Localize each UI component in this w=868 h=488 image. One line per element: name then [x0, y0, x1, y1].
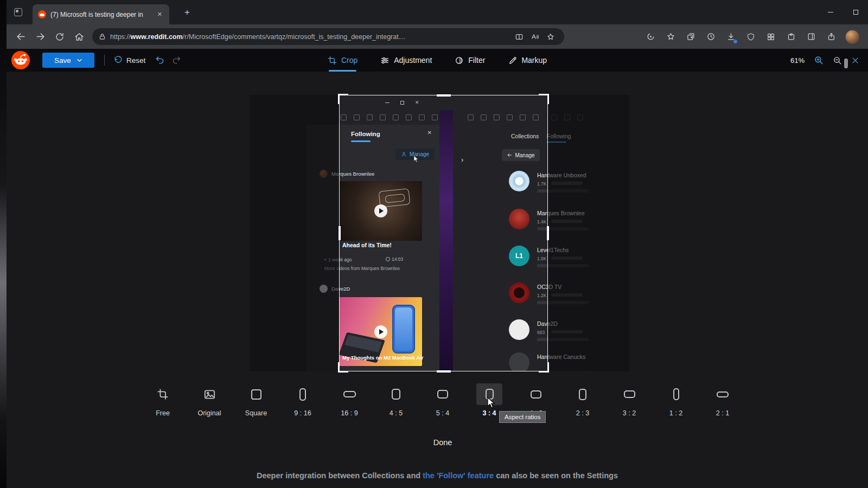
ratio-label: Free	[156, 409, 170, 417]
tab-adjustment[interactable]: Adjustment	[380, 49, 432, 72]
crop-handle-top-left[interactable]	[338, 94, 348, 104]
ratio-2-3-icon	[570, 383, 596, 405]
history-icon[interactable]	[703, 29, 719, 45]
copilot-icon[interactable]	[642, 29, 659, 45]
reset-label: Reset	[126, 56, 145, 65]
tab-adjustment-label: Adjustment	[394, 56, 432, 65]
window-maximize-button[interactable]	[843, 0, 868, 24]
home-button[interactable]	[69, 28, 89, 46]
aspect-ratio-16-9[interactable]: 16 : 9	[326, 383, 373, 417]
sidebar-pages-icon[interactable]	[803, 29, 819, 45]
zoom-out-icon	[833, 56, 842, 65]
done-button[interactable]: Done	[433, 438, 452, 447]
markup-pen-icon	[508, 56, 517, 65]
crop-handle-left[interactable]	[339, 226, 341, 240]
aspect-ratio-2-3[interactable]: 2 : 3	[559, 383, 606, 417]
forward-button[interactable]	[30, 28, 50, 46]
window-minimize-button[interactable]	[818, 0, 843, 24]
ratio-label: 5 : 4	[436, 409, 449, 417]
tab-filter-label: Filter	[468, 56, 485, 65]
tab-close-icon[interactable]: ✕	[156, 11, 164, 18]
ratio-label: Square	[245, 409, 267, 417]
refresh-button[interactable]	[50, 28, 69, 46]
crop-handle-top-right[interactable]	[539, 94, 549, 104]
aspect-ratio-1-2[interactable]: 1 : 2	[653, 383, 699, 417]
download-badge	[733, 39, 738, 44]
page-scrollbar-thumb[interactable]	[844, 59, 848, 68]
ratio-label: 1 : 2	[669, 409, 682, 417]
security-shield-icon[interactable]	[743, 29, 759, 45]
read-aloud-icon[interactable]	[527, 33, 542, 41]
save-button[interactable]: Save	[42, 53, 94, 68]
close-icon	[851, 56, 859, 65]
tab-markup-label: Markup	[521, 56, 547, 65]
tab-crop[interactable]: Crop	[328, 49, 358, 72]
aspect-ratio-4-5[interactable]: 4 : 5	[373, 383, 419, 417]
favorites-icon[interactable]	[662, 29, 679, 45]
ratio-4-5-icon	[383, 383, 409, 405]
tab-markup[interactable]: Markup	[508, 49, 547, 72]
ratio-label: 3 : 4	[482, 409, 496, 417]
free-ratio-icon	[150, 383, 176, 405]
zoom-in-icon	[814, 55, 824, 65]
undo-icon	[155, 55, 165, 65]
url-path: /r/MicrosoftEdge/comments/vartqz/microso…	[183, 33, 406, 41]
ratio-label: 2 : 1	[716, 409, 729, 417]
apps-grid-icon[interactable]	[763, 29, 779, 45]
crop-handle-top[interactable]	[437, 94, 451, 97]
crop-handle-right[interactable]	[547, 226, 549, 240]
aspect-ratio-2-1[interactable]: 2 : 1	[699, 383, 746, 417]
ratio-label: 16 : 9	[341, 409, 358, 417]
square-ratio-icon	[243, 383, 269, 405]
page-link[interactable]: the 'Follow' feature	[423, 471, 494, 480]
address-bar[interactable]: https://www.reddit.com/r/MicrosoftEdge/c…	[92, 28, 564, 45]
tab-actions-glyph	[16, 10, 18, 12]
page-text-before: Deeper integration between Collections a…	[257, 471, 423, 480]
crop-selection[interactable]	[339, 95, 548, 371]
minimize-icon	[828, 12, 833, 13]
mouse-cursor	[486, 397, 497, 409]
back-button[interactable]	[11, 28, 30, 46]
split-screen-icon[interactable]	[512, 33, 526, 41]
tab-filter[interactable]: Filter	[455, 49, 485, 72]
aspect-ratio-9-16[interactable]: 9 : 16	[279, 383, 326, 417]
favorites-star-icon[interactable]	[543, 33, 558, 41]
desktop-edge	[0, 0, 7, 488]
refresh-icon	[55, 32, 65, 42]
crop-handle-bottom-left[interactable]	[338, 362, 348, 373]
share-icon[interactable]	[823, 29, 839, 45]
reddit-favicon-icon	[38, 10, 46, 18]
lock-icon	[99, 33, 106, 40]
aspect-ratio-square[interactable]: Square	[233, 383, 279, 417]
redo-button[interactable]	[171, 55, 181, 65]
aspect-ratio-free[interactable]: Free	[139, 383, 186, 417]
toolbar-divider	[104, 55, 105, 66]
crop-handle-bottom-right[interactable]	[539, 362, 549, 373]
downloads-icon[interactable]	[723, 29, 739, 45]
tab-strip: (7) Microsoft is testing deeper in ✕ +	[7, 0, 868, 24]
ratio-label: 3 : 2	[623, 409, 636, 417]
browser-tab[interactable]: (7) Microsoft is testing deeper in ✕	[33, 4, 169, 24]
profile-avatar[interactable]	[845, 30, 859, 44]
extensions-icon[interactable]	[783, 29, 799, 45]
reset-button[interactable]: Reset	[113, 56, 145, 65]
editor-close-button[interactable]	[851, 56, 859, 65]
ratio-5-4-icon	[430, 383, 456, 405]
zoom-out-button[interactable]	[833, 56, 842, 65]
collections-icon[interactable]	[682, 29, 699, 45]
new-tab-button[interactable]: +	[180, 5, 194, 20]
crop-handle-bottom[interactable]	[437, 370, 451, 373]
crop-dim-overlay-left	[250, 95, 339, 371]
editor-tabs: Crop Adjustment Filter Markup	[328, 49, 547, 72]
zoom-in-button[interactable]	[814, 55, 824, 65]
aspect-ratio-5-4[interactable]: 5 : 4	[419, 383, 466, 417]
page-text-after: can also be seen on the Settings	[494, 471, 618, 480]
tab-actions-icon[interactable]	[14, 8, 22, 16]
forward-icon	[35, 31, 46, 42]
aspect-ratio-original[interactable]: Original	[186, 383, 233, 417]
ratio-3-2-icon	[616, 383, 642, 405]
save-label: Save	[54, 56, 71, 65]
page-text-behind-overlay: Deeper integration between Collections a…	[7, 471, 868, 480]
undo-button[interactable]	[155, 55, 165, 65]
aspect-ratio-3-2[interactable]: 3 : 2	[606, 383, 653, 417]
